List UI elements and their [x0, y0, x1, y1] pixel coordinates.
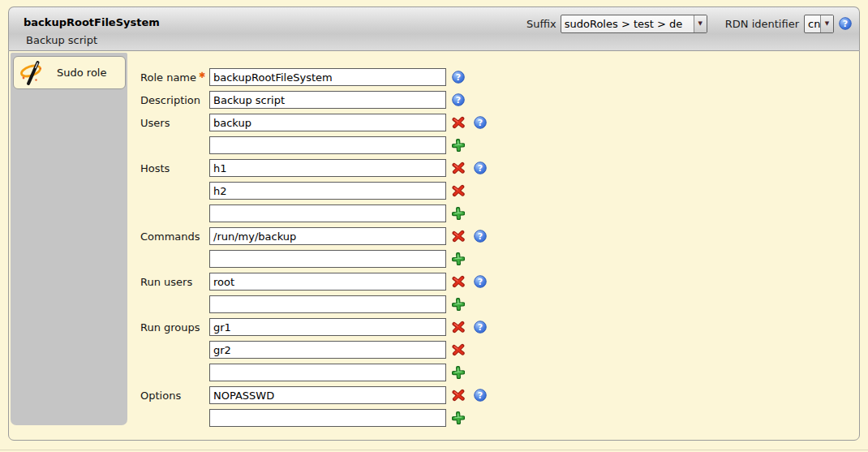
- form-row: Commands?: [140, 227, 487, 245]
- field-label-run-users: Run users: [140, 276, 209, 288]
- help-icon[interactable]: ?: [474, 389, 487, 402]
- lam-sudo-role-page: backupRootFileSystem Backup script Suffi…: [0, 0, 868, 452]
- svg-text:?: ?: [456, 72, 461, 83]
- delete-icon[interactable]: [452, 275, 465, 288]
- help-icon[interactable]: ?: [452, 93, 465, 106]
- chevron-down-icon: ▼: [694, 15, 707, 32]
- run-users-input-2[interactable]: [209, 295, 446, 313]
- form-row: [140, 364, 487, 381]
- add-icon[interactable]: [452, 139, 465, 152]
- tab-sudo-role-label: Sudo role: [57, 67, 106, 79]
- delete-icon[interactable]: [452, 184, 465, 197]
- commands-input-1[interactable]: [209, 227, 446, 245]
- form-row: Options?: [140, 386, 487, 404]
- field-label-options: Options: [140, 390, 209, 402]
- svg-text:?: ?: [478, 231, 483, 242]
- help-icon[interactable]: ?: [474, 116, 487, 129]
- help-icon[interactable]: ?: [474, 275, 487, 288]
- form-row: Users?: [140, 114, 487, 131]
- add-icon[interactable]: [452, 298, 465, 311]
- field-label-hosts: Hosts: [140, 162, 209, 174]
- suffix-label: Suffix: [526, 18, 556, 30]
- suffix-select[interactable]: sudoRoles > test > de ▼: [561, 15, 707, 33]
- chevron-down-icon: ▼: [820, 15, 833, 32]
- run-groups-input-3[interactable]: [209, 364, 446, 381]
- form-row: Run users?: [140, 273, 487, 291]
- description-input[interactable]: [209, 91, 446, 109]
- form-row: Hosts?: [140, 159, 487, 177]
- add-icon[interactable]: [452, 252, 465, 265]
- delete-icon[interactable]: [452, 161, 465, 174]
- form-row: [140, 341, 487, 359]
- run-groups-input-2[interactable]: [209, 341, 446, 359]
- sudo-role-form: Role name✱?Description?Users?Hosts?Comma…: [140, 68, 487, 432]
- svg-text:?: ?: [843, 19, 848, 29]
- delete-icon[interactable]: [452, 116, 465, 129]
- svg-text:?: ?: [478, 118, 483, 128]
- rdn-identifier-label: RDN identifier: [725, 18, 799, 30]
- tab-sudo-role[interactable]: Sudo role: [13, 56, 126, 89]
- rdn-select-value: cn: [805, 18, 820, 30]
- form-row: [140, 204, 487, 222]
- help-icon[interactable]: ?: [474, 321, 487, 334]
- add-icon[interactable]: [452, 411, 465, 424]
- field-label-role-name: Role name✱: [140, 71, 209, 84]
- role-name-input[interactable]: [209, 68, 446, 86]
- field-label-users: Users: [140, 117, 209, 129]
- add-icon[interactable]: [452, 207, 465, 220]
- page-subtitle: Backup script: [26, 34, 97, 46]
- form-row: Description?: [140, 91, 487, 109]
- form-row: [140, 409, 487, 427]
- title-bar: backupRootFileSystem Backup script Suffi…: [8, 6, 860, 50]
- options-input-2[interactable]: [209, 409, 446, 427]
- run-users-input-1[interactable]: [209, 273, 446, 291]
- run-groups-input-1[interactable]: [209, 318, 446, 336]
- hosts-input-2[interactable]: [209, 182, 446, 200]
- help-icon[interactable]: ?: [474, 161, 487, 174]
- form-row: [140, 136, 487, 154]
- svg-text:?: ?: [478, 322, 483, 333]
- field-label-commands: Commands: [140, 230, 209, 243]
- delete-icon[interactable]: [452, 389, 465, 402]
- page-title: backupRootFileSystem: [24, 16, 160, 28]
- commands-input-2[interactable]: [209, 250, 446, 268]
- form-row: [140, 250, 487, 268]
- svg-text:?: ?: [478, 163, 483, 174]
- svg-text:?: ?: [456, 95, 461, 105]
- add-icon[interactable]: [452, 366, 465, 379]
- delete-icon[interactable]: [452, 343, 465, 356]
- options-input-1[interactable]: [209, 386, 446, 404]
- rdn-identifier-select[interactable]: cn ▼: [804, 15, 834, 33]
- bottom-divider: [0, 450, 868, 450]
- wand-icon: [19, 59, 47, 87]
- hosts-input-3[interactable]: [209, 204, 446, 222]
- suffix-select-value: sudoRoles > test > de: [561, 18, 694, 30]
- form-row: [140, 182, 487, 200]
- delete-icon[interactable]: [452, 230, 465, 243]
- form-row: Run groups?: [140, 318, 487, 336]
- title-bar-controls: Suffix sudoRoles > test > de ▼ RDN ident…: [526, 14, 853, 33]
- sidebar: Sudo role: [11, 53, 127, 425]
- svg-text:?: ?: [478, 390, 483, 401]
- help-icon[interactable]: ?: [452, 71, 465, 84]
- users-input-1[interactable]: [209, 114, 446, 131]
- help-icon[interactable]: ?: [839, 17, 853, 31]
- hosts-input-1[interactable]: [209, 159, 446, 177]
- users-input-2[interactable]: [209, 136, 446, 154]
- required-asterisk: ✱: [199, 71, 205, 80]
- svg-text:?: ?: [478, 277, 483, 287]
- field-label-description: Description: [140, 94, 209, 106]
- main-panel: Sudo role Role name✱?Description?Users?H…: [8, 50, 860, 441]
- field-label-run-groups: Run groups: [140, 321, 209, 334]
- form-row: [140, 295, 487, 313]
- help-icon[interactable]: ?: [474, 230, 487, 243]
- delete-icon[interactable]: [452, 321, 465, 334]
- form-row: Role name✱?: [140, 68, 487, 86]
